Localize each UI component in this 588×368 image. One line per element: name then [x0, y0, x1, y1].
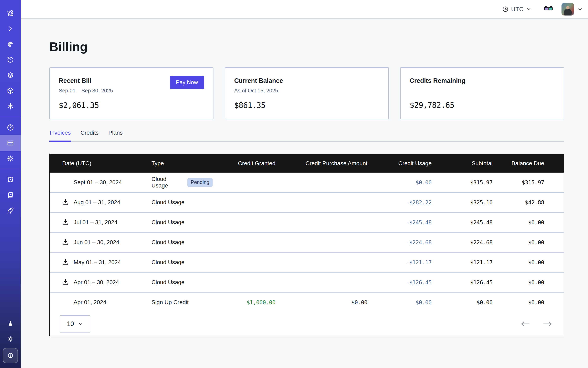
pay-now-button[interactable]: Pay Now — [170, 76, 204, 89]
col-type: Type — [152, 154, 213, 173]
table-row: Sept 01 – 30, 2024 Cloud Usage Pending $… — [50, 173, 564, 192]
tab-credits[interactable]: Credits — [80, 129, 99, 142]
credit-usage-value: -$126.45 — [367, 272, 432, 292]
tab-plans[interactable]: Plans — [108, 129, 123, 142]
invoice-type: Cloud Usage — [152, 259, 184, 266]
current-balance-card: Current Balance As of Oct 15, 2025 $861.… — [225, 67, 389, 119]
table-header-row: Date (UTC) Type Credit Granted Credit Pu… — [50, 154, 564, 173]
subtotal-value: $0.00 — [432, 292, 493, 312]
pagination: 10 — [50, 312, 564, 336]
billing-tabs: Invoices Credits Plans — [49, 129, 564, 142]
page-size-value: 10 — [67, 320, 74, 328]
sidebar-item-layers[interactable] — [0, 67, 21, 83]
download-invoice-button[interactable] — [61, 278, 70, 287]
recent-bill-card: Recent Bill Sep 01 – Sep 30, 2025 $2,061… — [49, 67, 213, 119]
invoice-type: Cloud Usage — [152, 239, 184, 246]
next-page-button[interactable] — [543, 320, 552, 328]
sidebar-item-expand[interactable] — [0, 21, 21, 37]
gear-icon — [6, 154, 15, 163]
card-title: Credits Remaining — [410, 77, 555, 84]
sidebar: $ — [0, 0, 21, 368]
invoice-type: Cloud Usage — [152, 199, 184, 206]
invoice-date: Apr 01, 2024 — [74, 299, 106, 306]
timezone-label: UTC — [511, 6, 524, 13]
sidebar-item-cube[interactable] — [0, 83, 21, 99]
col-subtotal: Subtotal — [432, 154, 493, 173]
credit-granted-value — [213, 252, 275, 272]
sidebar-item-logo[interactable] — [0, 6, 21, 21]
invoice-date: Sept 01 – 30, 2024 — [74, 179, 122, 186]
download-icon — [62, 199, 69, 206]
invoice-type: Sign Up Credit — [152, 299, 189, 306]
sidebar-item-credits-button[interactable]: $ — [3, 347, 18, 364]
invoice-date: Apr 01 – 30, 2024 — [74, 279, 119, 285]
sidebar-item-history[interactable] — [0, 52, 21, 67]
sidebar-item-observe[interactable] — [0, 37, 21, 52]
arrow-right-icon — [543, 320, 552, 328]
download-invoice-button[interactable] — [61, 258, 70, 267]
chevron-down-icon — [577, 7, 583, 12]
table-row: Jul 01 – 31, 2024 Cloud Usage -$245.48 $… — [50, 212, 564, 232]
orbit-logo-icon — [6, 9, 15, 18]
svg-text:$: $ — [9, 354, 11, 357]
cube-icon — [6, 87, 15, 95]
sidebar-item-settings[interactable] — [0, 151, 21, 166]
sidebar-item-usage[interactable] — [0, 120, 21, 135]
invoice-type: Cloud Usage — [152, 219, 184, 226]
user-avatar[interactable] — [561, 3, 574, 16]
download-invoice-button[interactable] — [61, 238, 70, 247]
sidebar-item-docs[interactable] — [0, 187, 21, 203]
credit-granted-value — [213, 173, 275, 192]
invoices-table: Date (UTC) Type Credit Granted Credit Pu… — [49, 154, 564, 336]
credit-granted-value: $1,000.00 — [213, 292, 275, 312]
recent-bill-amount: $2,061.35 — [59, 101, 204, 110]
sidebar-item-billing[interactable] — [0, 135, 21, 151]
credit-purchase-amount-value — [275, 212, 367, 232]
user-menu[interactable] — [561, 3, 583, 16]
current-balance-amount: $861.35 — [234, 101, 380, 110]
dollar-badge-button[interactable]: $ — [3, 348, 18, 363]
table-row: May 01 – 31, 2024 Cloud Usage -$121.17 $… — [50, 252, 564, 272]
download-icon — [62, 278, 69, 286]
download-icon — [62, 258, 69, 266]
balance-due-value: $315.97 — [493, 173, 564, 192]
invoice-date: Aug 01 – 31, 2024 — [74, 199, 120, 206]
credits-remaining-amount: $29,782.65 — [410, 101, 555, 110]
download-invoice-button[interactable] — [61, 198, 70, 207]
billing-page: Billing Recent Bill Sep 01 – Sep 30, 202… — [21, 19, 588, 368]
subtotal-value: $121.17 — [432, 252, 493, 272]
page-size-select[interactable]: 10 — [60, 315, 90, 332]
col-credit-purchase-amount: Credit Purchase Amount — [275, 154, 367, 173]
credit-usage-value: -$282.22 — [367, 192, 432, 212]
download-icon — [62, 219, 69, 226]
balance-due-value: $0.00 — [493, 272, 564, 292]
sidebar-item-theme[interactable] — [3, 331, 18, 347]
previous-page-button[interactable] — [521, 320, 530, 328]
credit-purchase-amount-value — [275, 192, 367, 212]
summary-cards: Recent Bill Sep 01 – Sep 30, 2025 $2,061… — [49, 67, 564, 119]
invoice-type: Cloud Usage — [152, 176, 184, 189]
credit-granted-value — [213, 272, 275, 292]
glasses-icon — [544, 6, 553, 13]
invoice-date: Jul 01 – 31, 2024 — [74, 219, 118, 226]
balance-due-value: $0.00 — [493, 212, 564, 232]
credit-purchase-amount-value — [275, 272, 367, 292]
reader-mode-button[interactable] — [544, 6, 553, 13]
tab-invoices[interactable]: Invoices — [49, 129, 71, 142]
docs-book-icon — [6, 191, 15, 199]
sidebar-item-asterisk[interactable] — [0, 99, 21, 114]
sidebar-item-launch[interactable] — [0, 203, 21, 219]
page-title: Billing — [49, 40, 564, 54]
invoice-date: Jun 01 – 30, 2024 — [74, 239, 119, 246]
credit-usage-value: -$245.48 — [367, 212, 432, 232]
timezone-selector[interactable]: UTC — [502, 6, 531, 13]
credits-remaining-card: Credits Remaining $29,782.65 — [400, 67, 564, 119]
history-timer-icon — [6, 56, 15, 64]
chevron-down-icon — [526, 7, 531, 12]
sidebar-item-labs[interactable] — [3, 316, 18, 331]
sidebar-divider — [0, 117, 21, 117]
credit-usage-value: -$121.17 — [367, 252, 432, 272]
table-row: Aug 01 – 31, 2024 Cloud Usage -$282.22 $… — [50, 192, 564, 212]
download-invoice-button[interactable] — [61, 218, 70, 227]
sidebar-item-helm[interactable] — [0, 172, 21, 187]
